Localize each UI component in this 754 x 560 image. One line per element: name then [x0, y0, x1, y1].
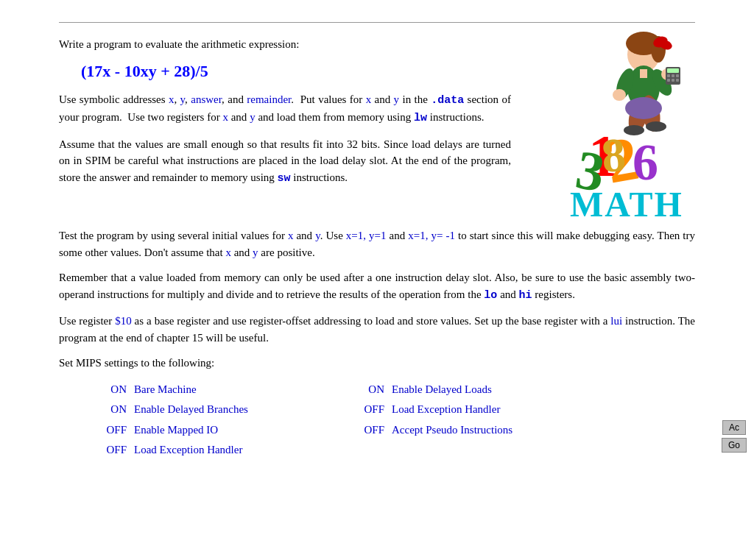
intro-section: Write a program to evaluate the arithmet… — [59, 36, 695, 220]
var-x2: x — [366, 93, 372, 105]
var-y3: y — [250, 111, 256, 123]
var-x-p3: x — [288, 230, 294, 241]
paragraph4: Remember that a value loaded from memory… — [59, 269, 695, 304]
setting-label-pseudo: Accept Pseudo Instructions — [392, 421, 512, 440]
var-y-p3b: y — [253, 247, 258, 258]
page-container: Write a program to evaluate the arithmet… — [0, 15, 754, 475]
var-x1y1: x=1, y=1 — [346, 230, 387, 241]
settings-table: ON Bare Machine ON Enable Delayed Branch… — [103, 380, 619, 460]
code-lw: lw — [414, 112, 427, 124]
svg-rect-23 — [667, 79, 670, 82]
svg-rect-22 — [676, 74, 679, 77]
setting-row-bare-machine: ON Bare Machine — [103, 380, 361, 400]
setting-status-load-exception-left: OFF — [103, 441, 127, 460]
setting-row-load-exception-left: OFF Load Exception Handler — [103, 441, 361, 460]
var-x1ym1: x=1, y= -1 — [408, 230, 455, 241]
side-nav: Ac Go — [722, 420, 747, 453]
svg-text:6: 6 — [633, 134, 658, 191]
svg-point-11 — [659, 40, 666, 47]
svg-point-28 — [624, 125, 644, 135]
svg-point-16 — [613, 89, 626, 101]
code-sw: sw — [278, 172, 291, 185]
code-hi: hi — [519, 289, 532, 302]
setting-status-mapped-io: OFF — [103, 421, 127, 440]
var-x: x — [169, 93, 175, 105]
var-y: y — [180, 93, 186, 105]
svg-rect-21 — [672, 74, 674, 77]
intro-text: Write a program to evaluate the arithmet… — [59, 36, 511, 196]
setting-label-load-exception-left: Load Exception Handler — [134, 441, 242, 460]
setting-label-delayed-branches: Enable Delayed Branches — [134, 400, 248, 419]
paragraph1: Use symbolic addresses x, y, answer, and… — [59, 91, 511, 127]
top-border — [59, 22, 695, 23]
svg-rect-20 — [667, 74, 670, 77]
svg-text:8: 8 — [599, 127, 628, 182]
setting-status-pseudo: OFF — [361, 421, 384, 440]
math-cartoon-svg: 1 2 3 6 8 MATH — [529, 29, 691, 220]
paragraph2: Assume that the values are small enough … — [59, 136, 511, 188]
var-answer: answer — [191, 93, 222, 105]
code-lo: lo — [484, 289, 497, 302]
svg-point-29 — [646, 121, 666, 132]
setting-status-load-exception-right: OFF — [361, 400, 384, 419]
settings-right-col: ON Enable Delayed Loads OFF Load Excepti… — [361, 380, 619, 460]
paragraph3: Test the program by using several initia… — [59, 227, 695, 260]
var-y2: y — [394, 93, 400, 105]
back-button[interactable]: Ac — [722, 420, 746, 435]
setting-label-load-exception-right: Load Exception Handler — [392, 400, 500, 419]
svg-point-30 — [625, 97, 662, 119]
paragraph6: Set MIPS settings to the following: — [59, 355, 695, 372]
settings-left-col: ON Bare Machine ON Enable Delayed Branch… — [103, 380, 361, 460]
code-lui: lui — [610, 315, 622, 327]
svg-rect-13 — [640, 69, 647, 78]
expression: (17x - 10xy + 28)/5 — [81, 62, 511, 81]
setting-status-bare: ON — [103, 380, 127, 400]
forward-button[interactable]: Go — [722, 438, 747, 453]
code-data: .data — [431, 94, 464, 107]
setting-label-delayed-loads: Enable Delayed Loads — [392, 380, 492, 400]
var-remainder: remainder — [247, 93, 291, 105]
svg-text:MATH: MATH — [570, 185, 683, 220]
setting-row-delayed-loads: ON Enable Delayed Loads — [361, 380, 619, 400]
svg-rect-25 — [676, 79, 679, 82]
intro-line1: Write a program to evaluate the arithmet… — [59, 36, 511, 53]
reg-10: $10 — [115, 315, 132, 327]
setting-label-mapped-io: Enable Mapped IO — [134, 421, 218, 440]
paragraph5: Use register $10 as a base register and … — [59, 313, 695, 346]
svg-rect-19 — [667, 68, 679, 73]
settings-section: ON Bare Machine ON Enable Delayed Branch… — [59, 380, 695, 460]
svg-rect-24 — [672, 79, 674, 82]
setting-row-delayed-branches: ON Enable Delayed Branches — [103, 400, 361, 419]
var-x3: x — [222, 111, 228, 123]
var-x-p3b: x — [225, 247, 231, 258]
setting-row-mapped-io: OFF Enable Mapped IO — [103, 421, 361, 440]
setting-status-delayed-loads: ON — [361, 380, 384, 400]
setting-row-load-exception-right: OFF Load Exception Handler — [361, 400, 619, 419]
setting-status-delayed-branches: ON — [103, 400, 127, 419]
var-y-p3: y — [315, 230, 320, 241]
cartoon-area: 1 2 3 6 8 MATH — [526, 29, 695, 220]
setting-row-pseudo-instructions: OFF Accept Pseudo Instructions — [361, 421, 619, 440]
setting-label-bare: Bare Machine — [134, 380, 197, 400]
